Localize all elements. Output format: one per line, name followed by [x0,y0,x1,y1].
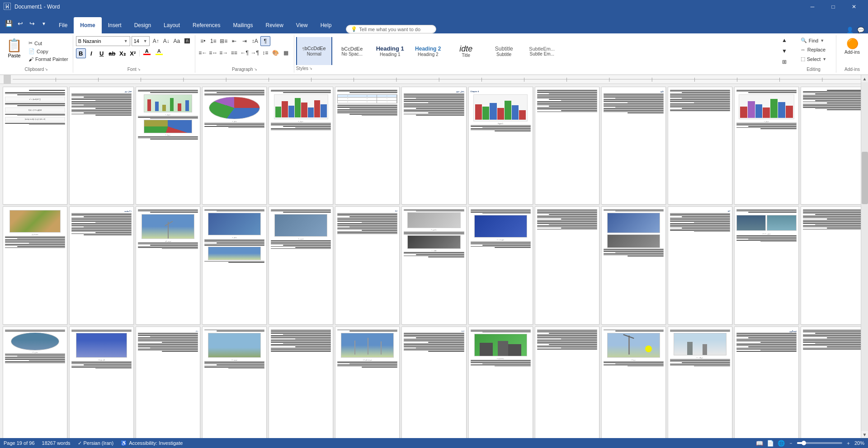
multilevel-list-button[interactable]: ⊞≡ [219,36,229,46]
select-button[interactable]: ⬚ Select ▼ [798,55,830,63]
page-thumb[interactable]: برج ۱۹ [601,327,666,444]
view-web-button[interactable]: 🌐 [778,440,785,447]
clear-formatting-button[interactable]: 🅰 [182,36,192,46]
page-thumb[interactable]: نمودار ۴ [269,87,333,205]
page-thumb[interactable]: نقشه ایران [3,206,67,324]
page-indicator[interactable]: Page 19 of 96 [4,440,35,446]
find-button[interactable]: 🔍 Find ▼ [798,36,830,45]
page-thumb[interactable]: A B C 1 2 3 4 5 6 [335,87,400,205]
styles-expand-icon[interactable]: ↘ [309,66,312,70]
scroll-down-button[interactable]: ▼ [861,431,868,438]
increase-font-button[interactable]: A↑ [151,36,161,46]
style-subtle-em[interactable]: SubtleEm... Subtle Em... [524,37,560,65]
tab-review[interactable]: Review [259,17,289,33]
page-thumb[interactable]: Chapter 4 Figure 5 [468,87,533,205]
style-heading2[interactable]: Heading 2 Heading 2 [410,37,446,65]
page-thumb[interactable]: نمودار ۶ [734,87,799,205]
page-thumb[interactable]: توربین ۱۶ [202,327,267,444]
paragraph-expand-icon[interactable]: ↘ [254,67,257,71]
page-thumb[interactable]: نمودار ۱ نمودار ۲ [136,87,200,205]
replace-button[interactable]: ↔ Replace [798,46,830,54]
redo-button[interactable]: ↪ [27,19,37,28]
paste-button[interactable]: 📋 Paste [3,36,26,66]
tab-help[interactable]: Help [314,17,338,33]
addins-label[interactable]: Add-ins [844,50,860,55]
page-thumb[interactable]: شکل ۷ [202,206,267,324]
subscript-button[interactable]: X₂ [118,48,127,58]
scroll-track[interactable] [861,82,868,431]
change-case-button[interactable]: Aa [172,36,182,46]
ltr-button[interactable]: →¶ [250,48,260,58]
save-button[interactable]: 💾 [4,19,14,28]
tab-home[interactable]: Home [74,17,101,33]
style-heading1[interactable]: Heading 1 Heading 1 [372,37,408,65]
page-thumb[interactable]: تجهیزات ۱۱ [468,206,533,324]
text-color-button[interactable]: A [141,48,153,58]
tab-references[interactable]: References [186,17,226,33]
strikethrough-button[interactable]: ab [107,48,117,58]
tab-file[interactable]: File [52,17,74,33]
language-indicator[interactable]: ✓ Persian (Iran) [78,440,114,446]
page-thumb[interactable]: دکل برق ۱۵ [69,327,134,444]
superscript-button[interactable]: X² [128,48,138,58]
style-no-spacing[interactable]: bCcDdEe No Spac... [334,37,370,65]
borders-button[interactable]: ▦ [281,48,291,58]
decrease-font-button[interactable]: A↓ [161,36,171,46]
page-thumb[interactable]: تصاویر ۱۲-۱۳ [734,206,799,324]
clipboard-expand-icon[interactable]: ↘ [45,67,48,71]
zoom-out-button[interactable]: － [788,440,793,447]
align-right-button[interactable]: ≡→ [219,48,229,58]
align-left-button[interactable]: ≡← [198,48,208,58]
page-thumb[interactable] [601,206,666,324]
scroll-up-button[interactable]: ▲ [861,75,868,82]
page-thumb[interactable] [269,327,333,444]
accessibility-indicator[interactable]: ♿ Accessibility: Investigate [121,440,183,446]
scroll-thumb[interactable] [862,152,868,204]
zoom-in-button[interactable]: ＋ [846,440,851,447]
tab-insert[interactable]: Insert [102,17,128,33]
justify-button[interactable]: ≡≡ [229,48,239,58]
page-thumb[interactable]: ماشین ۹ قطعه ۱۰ [401,206,466,324]
page-thumb[interactable]: ۶.۱ [136,327,200,444]
page-thumb[interactable]: نیروگاه ۲۰ [668,327,732,444]
tab-design[interactable]: Design [128,17,157,33]
page-thumb[interactable]: نتیجه‌گیری [734,327,799,444]
page-thumb[interactable]: توربین بادی [136,206,200,324]
page-thumb[interactable]: مخزن ۱۴ [3,327,67,444]
italic-button[interactable]: I [86,48,96,58]
font-expand-icon[interactable]: ↘ [137,67,141,71]
style-title[interactable]: idte Title [448,37,484,65]
page-thumb[interactable]: ۴.۲ [335,206,400,324]
page-thumb[interactable]: نتایج [601,87,666,205]
view-print-button[interactable]: 📄 [767,440,774,447]
shading-button[interactable]: 🎨 [271,48,281,58]
page-thumb[interactable]: شکل ۳ [202,87,267,205]
underline-button[interactable]: U [97,48,107,58]
comments-button[interactable]: 💬 [857,27,864,33]
page-thumb[interactable] [668,87,732,205]
page-thumb[interactable] [535,87,599,205]
page-thumb[interactable]: بخش سوم [401,87,466,205]
rtl-button[interactable]: ←¶ [240,48,250,58]
styles-scroll-down[interactable]: ▼ [779,46,789,56]
view-read-button[interactable]: 📖 [756,440,763,447]
cut-button[interactable]: ✂ Cut [27,39,70,47]
style-subtitle[interactable]: Subtitle Subtitle [486,37,522,65]
customize-quick-access[interactable]: ▼ [39,19,49,28]
zoom-slider[interactable]: － ＋ [788,440,851,447]
page-thumb[interactable]: ∑ xᵢ = (a+b)/c² f(x) = ∫₀^∞ g(t)dt [a b;… [3,87,67,205]
styles-expand[interactable]: ⊞ [779,57,789,65]
bold-button[interactable]: B [76,48,86,58]
page-thumb[interactable] [801,87,865,205]
font-size-selector[interactable]: 14 ▼ [132,36,150,46]
tab-layout[interactable]: Layout [157,17,186,33]
numbering-button[interactable]: 1≡ [208,36,218,46]
decrease-indent-button[interactable]: ⇤ [229,36,239,46]
page-thumb[interactable] [801,327,865,444]
styles-scroll-up[interactable]: ▲ [779,37,789,45]
page-thumb[interactable]: مزرعه بادی ۱۷ [335,327,400,444]
page-thumb[interactable]: فصل دوم [69,87,134,205]
tab-mailings[interactable]: Mailings [226,17,259,33]
align-center-button[interactable]: ≡↔ [208,48,218,58]
page-thumb[interactable] [801,206,865,324]
